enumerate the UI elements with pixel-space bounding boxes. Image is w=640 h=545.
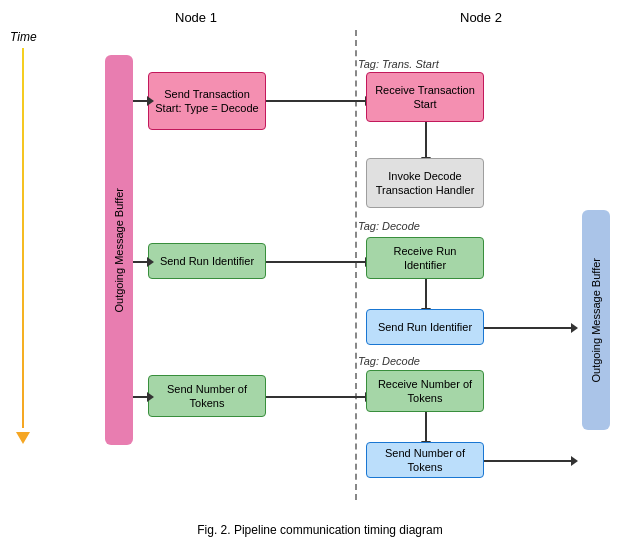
send-num-tokens-node1-box: Send Number of Tokens <box>148 375 266 417</box>
buffer-bar-right: Outgoing Message Buffer <box>582 210 610 430</box>
send-num-tokens-node2-box: Send Number of Tokens <box>366 442 484 478</box>
arrow-run-id-out <box>484 327 572 329</box>
arrow-run-id <box>266 261 366 263</box>
tag-decode-1: Tag: Decode <box>358 220 420 232</box>
time-label: Time <box>10 30 37 44</box>
send-transaction-start-box: Send Transaction Start: Type = Decode <box>148 72 266 130</box>
arrow-num-tokens-out <box>484 460 572 462</box>
connector-recv-run-to-send-run <box>425 279 427 309</box>
node1-label: Node 1 <box>175 10 217 25</box>
arrow-trans-start <box>266 100 366 102</box>
buffer-bar-left-label: Outgoing Message Buffer <box>112 188 126 313</box>
receive-transaction-start-box: Receive Transaction Start <box>366 72 484 122</box>
connector-recv-tokens-to-send-tokens <box>425 412 427 442</box>
figure-caption: Fig. 2. Pipeline communication timing di… <box>0 523 640 537</box>
invoke-decode-box: Invoke Decode Transaction Handler <box>366 158 484 208</box>
buffer-bar-left: Outgoing Message Buffer <box>105 55 133 445</box>
receive-run-id-box: Receive Run Identifier <box>366 237 484 279</box>
time-arrow: Time <box>10 30 37 444</box>
buffer-bar-right-label: Outgoing Message Buffer <box>589 258 603 383</box>
node2-label: Node 2 <box>460 10 502 25</box>
arrow-buf-to-trans <box>133 100 148 102</box>
time-arrow-line <box>22 48 24 428</box>
arrow-num-tokens <box>266 396 366 398</box>
send-run-id-node1-box: Send Run Identifier <box>148 243 266 279</box>
tag-decode-2: Tag: Decode <box>358 355 420 367</box>
receive-num-tokens-box: Receive Number of Tokens <box>366 370 484 412</box>
connector-recv-to-invoke <box>425 122 427 158</box>
time-arrow-head <box>16 432 30 444</box>
send-run-id-node2-box: Send Run Identifier <box>366 309 484 345</box>
tag-trans-start: Tag: Trans. Start <box>358 58 439 70</box>
arrow-buf-to-tokens <box>133 396 148 398</box>
arrow-buf-to-run <box>133 261 148 263</box>
diagram-container: Node 1 Node 2 Time Outgoing Message Buff… <box>0 0 640 545</box>
